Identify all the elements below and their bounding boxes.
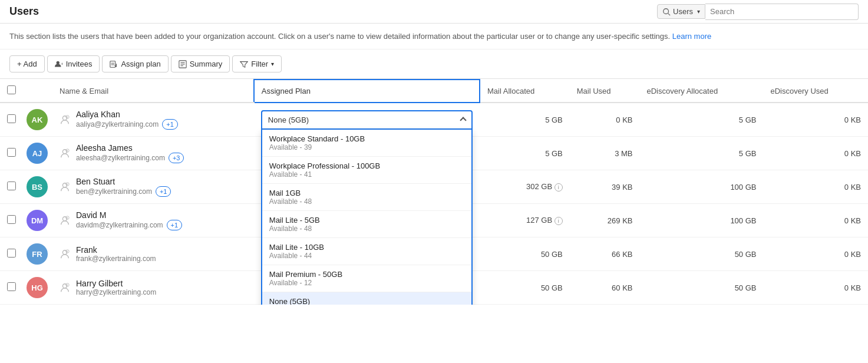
info-icon[interactable]: i [555,183,563,192]
user-cell: + David M davidm@zylkertraining.com +1 [60,210,247,230]
select-all-checkbox[interactable] [7,85,16,94]
row-checkbox[interactable] [7,282,16,291]
summary-icon [179,60,187,68]
mail-used-cell: 0 KB [570,103,640,137]
assign-plan-button[interactable]: Assign plan [102,55,168,72]
svg-line-1 [668,13,671,15]
user-email-row: aleesha@zylkertraining.com +3 [76,153,184,163]
plan-option[interactable]: Mail Premium - 50GB Available - 12 [262,265,471,292]
svg-point-0 [664,8,669,14]
user-name-email-cell: + Harry Gilbert harry@zylkertraining.com [52,271,254,305]
filter-chevron-icon: ▾ [271,61,274,67]
learn-more-link[interactable]: Learn more [672,32,711,41]
ediscovery-used-cell: 0 KB [763,170,868,204]
user-info: Aaliya Khan aaliya@zylkertraining.com +1 [76,110,178,130]
invitees-button[interactable]: + Invitees [47,55,100,72]
description-text: This section lists the users that have b… [9,32,670,41]
user-cell: + Aleesha James aleesha@zylkertraining.c… [60,143,247,163]
search-area: Users ▾ [657,4,859,20]
page-title: Users [9,5,39,18]
ediscovery-used-cell: 0 KB [763,237,868,271]
plan-select-trigger[interactable]: None (5GB) [261,110,473,130]
role-badge: +1 [167,220,183,230]
mail-allocated-cell: 302 GB i [480,170,570,204]
user-status-icon: + [60,148,70,159]
user-info: Harry Gilbert harry@zylkertraining.com [76,279,156,296]
plan-option-availability: Available - 12 [269,279,464,287]
user-name-email-cell: + Aleesha James aleesha@zylkertraining.c… [52,137,254,170]
plan-option[interactable]: None (5GB) [262,292,471,305]
ediscovery-allocated-cell: 100 GB [639,204,763,237]
ediscovery-allocated-cell: 100 GB [639,170,763,204]
plan-option-name: Mail 1GB [269,189,464,197]
role-badge: +1 [162,119,178,130]
name-email-header: Name & Email [52,80,254,103]
row-checkbox[interactable] [7,114,16,123]
mail-allocated-cell: 127 GB i [480,204,570,237]
svg-text:+: + [61,61,63,65]
user-name[interactable]: Frank [76,245,156,255]
description-bar: This section lists the users that have b… [0,24,868,50]
user-info: Ben Stuart ben@zylkertraining.com +1 [76,177,171,197]
svg-text:+: + [67,148,68,152]
ediscovery-used-cell: 0 KB [763,204,868,237]
filter-icon [240,60,248,68]
mail-used-cell: 39 KB [570,170,640,204]
user-name[interactable]: Aleesha James [76,143,184,153]
user-name[interactable]: Ben Stuart [76,177,171,186]
summary-button[interactable]: Summary [171,55,230,72]
user-email: aaliya@zylkertraining.com [76,120,159,128]
row-checkbox[interactable] [7,148,16,157]
user-cell: + Harry Gilbert harry@zylkertraining.com [60,279,247,296]
avatar: FR [27,243,48,265]
user-email: frank@zylkertraining.com [76,255,156,263]
plan-option-name: Mail Lite - 5GB [269,216,464,225]
plan-option[interactable]: Mail Lite - 10GB Available - 44 [262,238,471,265]
user-name[interactable]: Aaliya Khan [76,110,178,119]
search-scope-selector[interactable]: Users ▾ [657,4,705,19]
row-checkbox[interactable] [7,249,16,258]
add-button[interactable]: + Add [9,55,45,72]
mail-allocated-cell: 50 GB [480,271,570,305]
plan-dropdown: Workplace Standard - 10GB Available - 39… [261,130,473,305]
mail-allocated-cell: 5 GB [480,103,570,137]
role-badge: +3 [169,153,184,163]
plan-option[interactable]: Workplace Standard - 10GB Available - 39 [262,130,471,157]
mail-used-cell: 60 KB [570,271,640,305]
plan-option[interactable]: Workplace Professional - 100GB Available… [262,157,471,184]
info-icon[interactable]: i [555,217,563,225]
search-icon [662,8,671,16]
users-table: Name & Email Assigned Plan Mail Allocate… [0,79,868,305]
invitees-label: Invitees [66,60,93,68]
user-info: Aleesha James aleesha@zylkertraining.com… [76,143,184,163]
ediscovery-allocated-cell: 50 GB [639,271,763,305]
svg-text:+: + [67,216,68,219]
plan-option[interactable]: Mail 1GB Available - 48 [262,184,471,211]
user-email-row: frank@zylkertraining.com [76,255,156,263]
filter-button[interactable]: Filter ▾ [232,55,282,72]
user-status-icon: + [60,249,70,259]
filter-label: Filter [251,60,268,68]
row-checkbox[interactable] [7,215,16,224]
mail-used-cell: 3 MB [570,137,640,170]
user-name[interactable]: Harry Gilbert [76,279,156,288]
user-name-email-cell: + David M davidm@zylkertraining.com +1 [52,204,254,237]
ediscovery-used-cell: 0 KB [763,137,868,170]
user-name[interactable]: David M [76,210,182,220]
user-status-icon: + [60,215,70,226]
assigned-plan-cell: None (5GB) Workplace Standard - 10GB Ava… [254,103,480,137]
plan-option-availability: Available - 44 [269,252,464,260]
svg-text:+: + [67,249,68,253]
user-email: aleesha@zylkertraining.com [76,154,165,162]
search-input[interactable] [705,4,859,20]
mail-allocated-cell: 50 GB [480,237,570,271]
user-status-icon: + [60,282,70,293]
row-checkbox[interactable] [7,182,16,190]
avatar: BS [27,176,48,197]
plan-option[interactable]: Mail Lite - 5GB Available - 48 [262,211,471,238]
user-status-icon: + [60,114,70,125]
user-name-email-cell: + Ben Stuart ben@zylkertraining.com +1 [52,170,254,204]
user-email: harry@zylkertraining.com [76,288,156,296]
assign-plan-icon [110,60,118,68]
svg-text:+: + [67,283,68,286]
